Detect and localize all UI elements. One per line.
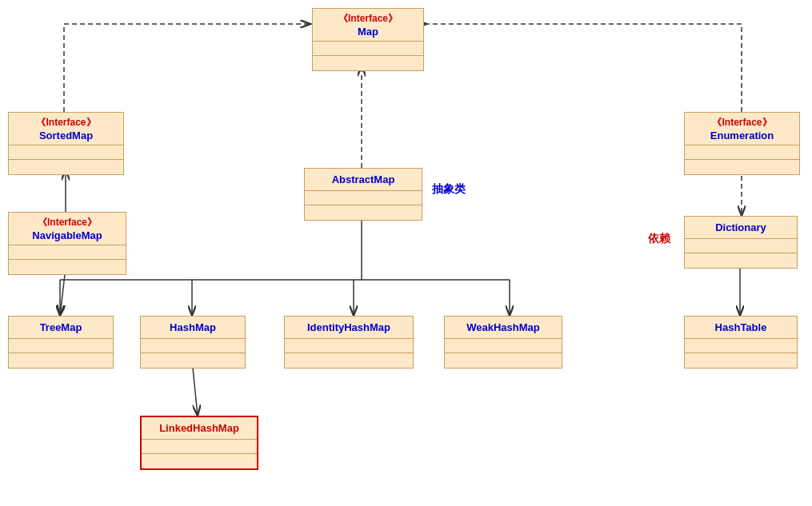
box-weakhashmap-section1 — [445, 339, 562, 353]
box-linkedhashmap-section2 — [142, 454, 257, 468]
box-map-stereotype: 《Interface》 — [338, 12, 398, 26]
box-abstractmap-header: AbstractMap — [305, 169, 422, 191]
box-sortedmap-name: SortedMap — [39, 129, 93, 141]
box-hashtable: HashTable — [684, 316, 798, 369]
box-map-header: 《Interface》 Map — [313, 9, 423, 42]
box-sortedmap-stereotype: 《Interface》 — [36, 116, 95, 129]
box-navigablemap-section2 — [9, 260, 126, 274]
box-weakhashmap-section2 — [445, 353, 562, 368]
box-linkedhashmap-header: LinkedHashMap — [142, 417, 257, 440]
box-sortedmap-header: 《Interface》 SortedMap — [9, 113, 123, 145]
box-treemap: TreeMap — [8, 316, 114, 369]
box-hashmap: HashMap — [140, 316, 246, 369]
uml-diagram: 《Interface》 Map 《Interface》 SortedMap 《I… — [0, 0, 812, 506]
box-hashmap-section1 — [141, 339, 245, 353]
box-navigablemap-section1 — [9, 245, 126, 260]
box-hashmap-name: HashMap — [170, 321, 216, 333]
box-enumeration-name: Enumeration — [710, 129, 774, 141]
box-dictionary-section1 — [685, 239, 797, 253]
box-abstractmap-section1 — [305, 191, 422, 205]
box-enumeration-stereotype: 《Interface》 — [712, 116, 771, 129]
box-dictionary: Dictionary — [684, 216, 798, 269]
box-hashmap-section2 — [141, 353, 245, 368]
box-sortedmap: 《Interface》 SortedMap — [8, 112, 124, 175]
dependency-label: 依赖 — [648, 232, 670, 246]
box-treemap-name: TreeMap — [40, 321, 82, 333]
box-navigablemap-name: NavigableMap — [32, 229, 102, 241]
box-navigablemap-stereotype: 《Interface》 — [38, 216, 97, 229]
box-hashtable-name: HashTable — [715, 321, 767, 333]
box-treemap-section1 — [9, 339, 113, 353]
svg-line-6 — [60, 268, 66, 316]
box-enumeration-section1 — [685, 145, 799, 160]
box-weakhashmap-name: WeakHashMap — [466, 321, 540, 333]
box-navigablemap: 《Interface》 NavigableMap — [8, 212, 126, 275]
box-linkedhashmap: LinkedHashMap — [140, 416, 258, 470]
box-map-name: Map — [358, 26, 378, 38]
box-identityhashmap-section1 — [285, 339, 413, 353]
box-linkedhashmap-name: LinkedHashMap — [159, 422, 239, 434]
box-map-section1 — [313, 42, 423, 56]
box-hashtable-section2 — [685, 353, 797, 368]
box-dictionary-name: Dictionary — [715, 221, 766, 233]
box-weakhashmap: WeakHashMap — [444, 316, 562, 369]
box-hashmap-header: HashMap — [141, 317, 245, 339]
box-identityhashmap: IdentityHashMap — [284, 316, 414, 369]
box-sortedmap-section1 — [9, 145, 123, 160]
box-dictionary-section2 — [685, 253, 797, 268]
box-weakhashmap-header: WeakHashMap — [445, 317, 562, 339]
box-abstractmap-section2 — [305, 205, 422, 220]
box-enumeration: 《Interface》 Enumeration — [684, 112, 800, 175]
box-enumeration-header: 《Interface》 Enumeration — [685, 113, 799, 145]
box-sortedmap-section2 — [9, 160, 123, 174]
box-identityhashmap-header: IdentityHashMap — [285, 317, 413, 339]
abstractclass-label: 抽象类 — [432, 182, 466, 197]
box-treemap-header: TreeMap — [9, 317, 113, 339]
box-dictionary-header: Dictionary — [685, 217, 797, 239]
box-hashtable-section1 — [685, 339, 797, 353]
box-map: 《Interface》 Map — [312, 8, 424, 71]
box-navigablemap-header: 《Interface》 NavigableMap — [9, 213, 126, 245]
box-identityhashmap-section2 — [285, 353, 413, 368]
box-enumeration-section2 — [685, 160, 799, 174]
box-abstractmap: AbstractMap — [304, 168, 422, 221]
box-map-section2 — [313, 56, 423, 70]
box-treemap-section2 — [9, 353, 113, 368]
box-linkedhashmap-section1 — [142, 440, 257, 454]
box-hashtable-header: HashTable — [685, 317, 797, 339]
box-identityhashmap-name: IdentityHashMap — [307, 321, 390, 333]
box-abstractmap-name: AbstractMap — [332, 173, 395, 185]
